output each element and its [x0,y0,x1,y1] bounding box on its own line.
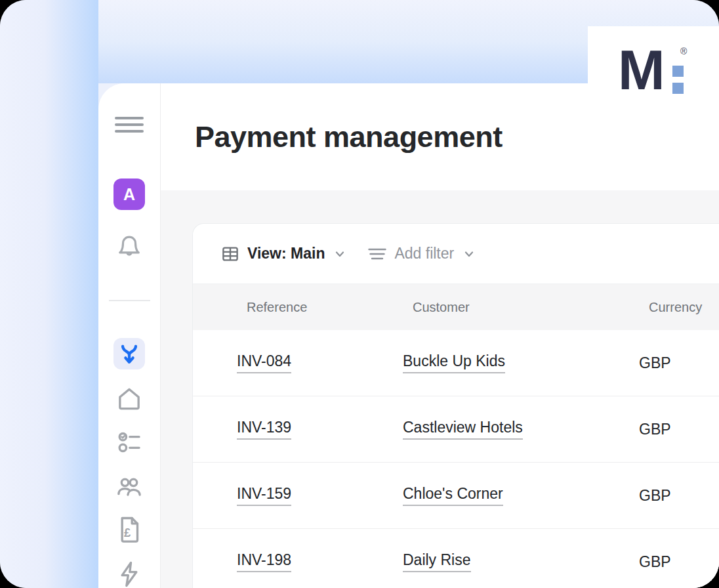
table-row: INV-159 Chloe's Corner GBP [193,463,719,529]
main-area: Payment management [161,83,719,588]
column-header-reference[interactable]: Reference [237,300,403,315]
customer-link[interactable]: Daily Rise [403,551,471,572]
sidebar-item-payments-active[interactable] [113,338,145,369]
sidebar: A [98,83,161,588]
table-view-icon [220,244,240,264]
lightning-bolt-icon[interactable] [115,561,144,587]
add-filter-button[interactable]: Add filter [368,245,476,262]
chevron-down-icon [462,247,476,261]
column-header-customer[interactable]: Customer [403,300,639,315]
column-header-currency[interactable]: Currency [639,300,719,315]
content-area: View: Main [161,190,719,588]
checklist-icon[interactable] [115,429,144,455]
registered-trademark: ® [680,46,687,56]
avatar-letter: A [123,185,135,204]
view-selector[interactable]: View: Main [220,244,346,264]
sidebar-divider [109,300,150,301]
notifications-bell-icon[interactable] [115,234,144,261]
brand-logo: M ® [588,26,719,118]
customers-users-icon[interactable] [115,474,144,501]
page-title: Payment management [195,120,503,154]
filter-lines-icon [368,246,386,262]
app-screenshot: M ® A [0,0,719,588]
reference-link[interactable]: INV-198 [237,551,291,572]
table-toolbar: View: Main [193,224,719,284]
app-window: A [98,83,719,588]
brand-colon-icon [672,66,684,94]
invoice-document-icon[interactable]: £ [115,516,144,543]
currency-value: GBP [639,487,719,505]
add-filter-label: Add filter [394,245,454,262]
table-row: INV-198 Daily Rise GBP [193,529,719,588]
reference-link[interactable]: INV-084 [237,352,291,373]
customer-link[interactable]: Chloe's Corner [403,485,503,506]
svg-text:£: £ [124,526,131,539]
payments-table-card: View: Main [192,223,719,588]
table-header-row: Reference Customer Currency [193,284,719,330]
reference-link[interactable]: INV-159 [237,485,291,506]
brand-letter: M [618,41,664,98]
currency-value: GBP [639,354,719,372]
reference-link[interactable]: INV-139 [237,419,291,440]
merge-arrow-icon [118,343,140,365]
currency-value: GBP [639,553,719,571]
background-gradient-left [0,0,98,588]
table-row: INV-084 Buckle Up Kids GBP [193,330,719,396]
customer-link[interactable]: Buckle Up Kids [403,352,505,373]
view-selector-label: View: Main [247,245,325,262]
customer-link[interactable]: Castleview Hotels [403,419,523,440]
avatar[interactable]: A [113,178,145,210]
chevron-down-icon [333,247,346,261]
currency-value: GBP [639,421,719,438]
menu-icon[interactable] [115,112,144,138]
home-icon[interactable] [115,386,144,412]
table-row: INV-139 Castleview Hotels GBP [193,396,719,463]
